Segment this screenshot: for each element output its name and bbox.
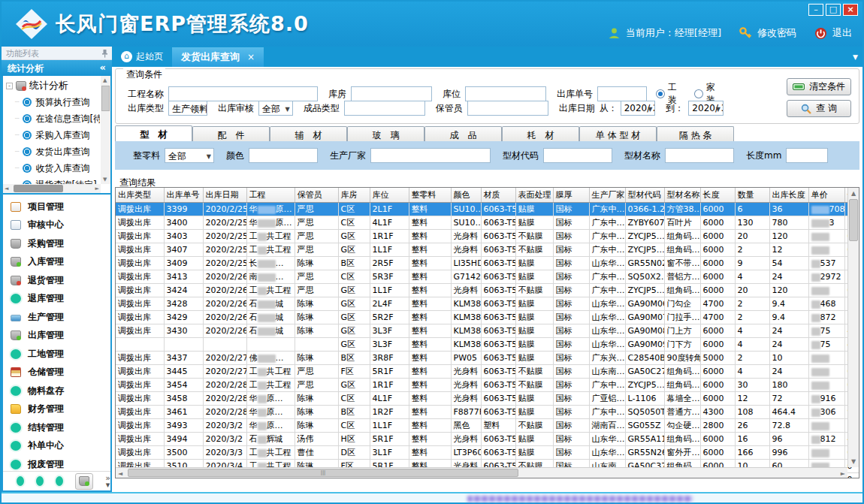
column-header[interactable]: 表面处理 bbox=[515, 188, 553, 203]
tree-root-node[interactable]: - 统计分析 bbox=[5, 77, 100, 94]
module-dot-icon[interactable] bbox=[17, 476, 24, 486]
column-header[interactable]: 长度 bbox=[700, 188, 735, 203]
profile-code-input[interactable] bbox=[543, 148, 612, 163]
column-header[interactable]: 颜色 bbox=[451, 188, 481, 203]
outbound-type-select[interactable]: 生产领料出库▼ bbox=[168, 101, 207, 116]
table-row[interactable]: 调拨出库34242020/2/26工共工程严思G区1L1F整料光身料6063-T… bbox=[116, 284, 859, 297]
maximize-button[interactable]: □ bbox=[826, 4, 841, 16]
table-row[interactable]: 调拨出库34452020/2/27工共工程严思F区5R1F整料光身料6063-T… bbox=[116, 365, 859, 379]
module-dot-icon[interactable] bbox=[36, 476, 44, 486]
column-header[interactable]: 单价 bbox=[808, 188, 844, 203]
clear-conditions-button[interactable]: 清空条件 bbox=[787, 78, 851, 95]
material-tab[interactable]: 单 体 型 材 bbox=[579, 126, 657, 141]
radio-gongzhuang[interactable] bbox=[656, 89, 665, 98]
column-header[interactable]: 出库长度 bbox=[769, 188, 808, 203]
project-name-input[interactable] bbox=[168, 86, 318, 101]
profile-name-input[interactable] bbox=[665, 148, 734, 163]
tree-vertical-scrollbar[interactable]: ▲ ▼ bbox=[101, 76, 110, 184]
column-header[interactable]: 库房 bbox=[338, 188, 370, 203]
column-header[interactable]: 材质 bbox=[481, 188, 515, 203]
tree-item[interactable]: ┄采购入库查询 bbox=[5, 127, 100, 143]
whole-piece-select[interactable]: 全部▼ bbox=[165, 148, 214, 163]
column-header[interactable]: 整零料 bbox=[409, 188, 451, 203]
length-input[interactable] bbox=[786, 148, 828, 163]
search-button[interactable]: 查 询 bbox=[787, 100, 851, 117]
sidebar-module-item[interactable]: 采购管理 bbox=[3, 234, 110, 253]
warehouse-input[interactable] bbox=[351, 86, 432, 101]
table-row[interactable]: 调拨出库34292020/2/26石城陈琳G区5R2F整料KLM38176063… bbox=[116, 311, 859, 324]
table-row[interactable]: G区3L3F整料KLM38176063-T5贴膜国标山东华…GA90M09…门下… bbox=[116, 338, 859, 352]
table-row[interactable]: 调拨出库34932020/3/2华原…陈琳C区1L1F整料黑色塑料不贴膜国标湖南… bbox=[116, 419, 859, 433]
key-icon[interactable] bbox=[739, 27, 752, 40]
material-tab[interactable]: 玻 璃 bbox=[347, 126, 424, 141]
color-input[interactable] bbox=[249, 148, 318, 163]
column-header[interactable]: 保管员 bbox=[295, 188, 338, 203]
grid-vertical-scrollbar[interactable]: ▲ ▼ bbox=[847, 188, 859, 467]
table-row[interactable]: 调拨出库34032020/2/25工共工程严思G区1R1F整料光身料6063-T… bbox=[116, 230, 859, 243]
audit-select[interactable]: 全部▼ bbox=[258, 101, 293, 116]
date-from-picker[interactable]: 2020/ 2/16▼ bbox=[621, 101, 656, 116]
sidebar-module-item[interactable]: 财务管理 bbox=[3, 400, 110, 419]
tree-horizontal-scrollbar[interactable]: ◄ ► bbox=[3, 184, 101, 193]
tree-item[interactable]: ┄预算执行查询 bbox=[5, 94, 100, 110]
date-to-picker[interactable]: 2020/ 3/16▼ bbox=[688, 101, 724, 116]
sidebar-module-item[interactable]: 工地管理 bbox=[3, 345, 110, 364]
table-row[interactable]: 调拨出库34002020/2/25华原…严思C区4L1F整料SU10…6063-… bbox=[116, 216, 859, 230]
pin-icon[interactable] bbox=[101, 49, 108, 58]
sidebar-module-item[interactable]: 退库管理 bbox=[3, 290, 110, 309]
sidebar-module-item[interactable]: 物料盘存 bbox=[3, 382, 110, 400]
material-tab[interactable]: 隔 热 条 bbox=[657, 126, 734, 141]
table-row[interactable]: 调拨出库34372020/2/27佛…陈琳B区3R8F整料PW056063-T5… bbox=[116, 352, 859, 365]
table-row[interactable]: 调拨出库34302020/2/26石城陈琳G区3L3F整料KLM38176063… bbox=[116, 324, 859, 338]
table-row[interactable]: 调拨出库34072020/2/25工共工程严思G区1L1F整料光身料6063-T… bbox=[116, 243, 859, 257]
module-dot-icon[interactable] bbox=[56, 476, 63, 486]
radio-jiazhuang[interactable] bbox=[694, 89, 703, 98]
column-header[interactable]: 膜厚 bbox=[553, 188, 589, 203]
column-header[interactable]: 数量 bbox=[735, 188, 769, 203]
grid-horizontal-scrollbar[interactable]: ◄ lll ► bbox=[116, 467, 847, 478]
close-button[interactable]: × bbox=[843, 4, 858, 16]
material-tab[interactable]: 辅 材 bbox=[270, 126, 347, 141]
column-header[interactable]: 库位 bbox=[370, 188, 409, 203]
sidebar-module-item[interactable]: 项目管理 bbox=[3, 198, 110, 216]
tab-overflow-icon[interactable]: ▼ bbox=[853, 53, 858, 61]
table-row[interactable]: 调拨出库34542020/2/28工共工程严思G区1R1F整料光身料6063-T… bbox=[116, 379, 859, 392]
sidebar-module-item[interactable]: 入库管理 bbox=[3, 253, 110, 272]
sidebar-module-item[interactable]: 补单中心 bbox=[3, 437, 110, 456]
table-row[interactable]: 调拨出库34612020/2/28华原…陈琳B区1R2F整料F8877FT606… bbox=[116, 406, 859, 419]
column-header[interactable]: 出库类型 bbox=[116, 188, 164, 203]
tree-item[interactable]: ┄收货入库查询 bbox=[5, 160, 100, 177]
material-tab[interactable]: 成 品 bbox=[424, 126, 502, 141]
location-input[interactable] bbox=[465, 86, 546, 101]
column-header[interactable]: 生产厂家 bbox=[589, 188, 625, 203]
keeper-input[interactable] bbox=[467, 101, 548, 116]
sidebar-module-item[interactable]: 退货管理 bbox=[3, 271, 110, 290]
column-header[interactable]: 型材名称 bbox=[664, 188, 700, 203]
material-tab[interactable]: 配 件 bbox=[192, 126, 270, 141]
collapse-icon[interactable]: « bbox=[100, 62, 106, 73]
order-no-input[interactable] bbox=[597, 86, 647, 101]
logout-link[interactable]: 退出 bbox=[832, 26, 852, 40]
tree-expander-icon[interactable]: - bbox=[6, 83, 13, 89]
table-row[interactable]: 调拨出库34942020/3/2石辉城汤伟H区5R1F整料光身料6063-T5贴… bbox=[116, 433, 859, 446]
more-modules-button[interactable]: »▾ bbox=[105, 475, 110, 488]
sidebar-module-item[interactable]: 出库管理 bbox=[3, 327, 110, 346]
material-tab[interactable]: 型 材 bbox=[115, 125, 192, 141]
tree-item[interactable]: ┄在途信息查询[待 bbox=[5, 110, 100, 127]
sidebar-module-item[interactable]: 报废管理 bbox=[3, 455, 110, 471]
cart-tool-button[interactable] bbox=[75, 473, 93, 490]
change-password-link[interactable]: 修改密码 bbox=[757, 26, 796, 40]
column-header[interactable]: 工程 bbox=[246, 188, 295, 203]
table-row[interactable]: 调拨出库34132020/2/26南…严思C区5R3F整料G714226063-… bbox=[116, 270, 859, 284]
tab-outbound-query[interactable]: 发货出库查询 × bbox=[172, 47, 264, 67]
sidebar-module-item[interactable]: 仓储管理 bbox=[3, 364, 110, 382]
power-icon[interactable] bbox=[814, 27, 827, 40]
column-header[interactable]: 出库单号 bbox=[164, 188, 203, 203]
material-tab[interactable]: 耗 材 bbox=[502, 126, 579, 141]
sidebar-module-item[interactable]: 审核中心 bbox=[3, 216, 110, 235]
sidebar-group-header[interactable]: 统计分析 « bbox=[2, 60, 112, 76]
tab-close-icon[interactable]: × bbox=[247, 52, 255, 62]
table-row[interactable]: 调拨出库34092020/2/25长…陈琳B区2R5F整料LI35HD6063-… bbox=[116, 257, 859, 270]
column-header[interactable]: 出库日期 bbox=[203, 188, 246, 203]
minimize-button[interactable]: – bbox=[808, 4, 823, 16]
